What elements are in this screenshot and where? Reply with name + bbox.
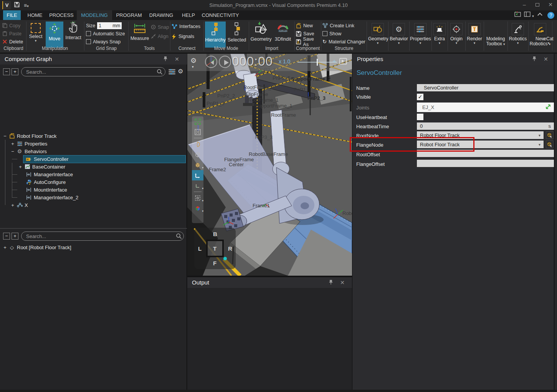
component-save-as-button[interactable]: Save As — [296, 38, 320, 46]
node-tree-search-input[interactable] — [21, 232, 184, 241]
snap-button[interactable]: Snap — [151, 23, 169, 31]
speed-increase-button[interactable]: + — [332, 58, 336, 65]
tab-process[interactable]: PROCESS — [48, 10, 75, 20]
lighting-icon[interactable] — [192, 139, 203, 149]
tree-item-managerinterface[interactable]: ManagerInterface — [25, 170, 73, 178]
joints-field[interactable]: EJ_X — [417, 103, 554, 112]
hierarchy-button[interactable]: Hierarchy — [205, 22, 226, 48]
save-quick-icon[interactable] — [14, 2, 20, 9]
tree-settings-gear-icon[interactable]: ⚙ — [178, 68, 183, 75]
node-tree-expand-all-button[interactable]: + — [12, 233, 18, 240]
tree-item-basecontainer[interactable]: + BaseContainer — [18, 163, 65, 170]
name-input[interactable]: ServoController — [417, 84, 554, 91]
geometry-panel-button[interactable]: Geometry ▾ — [368, 23, 387, 45]
expander-icon[interactable]: + — [2, 245, 8, 250]
expander-icon[interactable]: + — [18, 164, 23, 170]
app-logo-icon[interactable]: V — [2, 1, 11, 9]
fit-view-icon[interactable] — [192, 116, 203, 127]
tree-item-managerinterface-2[interactable]: ManagerInterface_2 — [25, 194, 78, 201]
navcube-right[interactable]: R — [228, 245, 232, 252]
help-icon[interactable]: ? — [547, 12, 554, 19]
expander-icon[interactable]: + — [10, 202, 15, 208]
tree-item-autoconfigure[interactable]: AutoConfigure — [25, 178, 66, 186]
output-log-area[interactable] — [187, 288, 352, 390]
interfaces-button[interactable]: Interfaces — [172, 22, 202, 31]
maximize-button[interactable] — [531, 0, 544, 10]
tree-item-robot-floor-track[interactable]: − Robot Floor Track — [2, 132, 56, 140]
heartbeattime-input[interactable]: 0 s — [417, 122, 554, 130]
modeling-toolbox-panel-button[interactable]: Modeling Toolbox ▾ — [484, 23, 507, 46]
navcube-left[interactable]: L — [198, 245, 202, 252]
move-button[interactable]: Move — [46, 22, 63, 48]
tab-help[interactable]: HELP — [178, 10, 199, 20]
tab-connectivity[interactable]: CONNECTIVITY — [201, 10, 240, 20]
select-button[interactable]: Select ▾ — [27, 22, 45, 42]
robotics-panel-button[interactable]: Robotics ▾ — [508, 23, 527, 45]
render-mode-cube-icon[interactable] — [192, 149, 203, 160]
close-icon[interactable]: ✕ — [544, 56, 548, 62]
threedfindit-button[interactable]: 3Dfindit 3Dfindit — [273, 22, 293, 42]
navigation-cube[interactable]: B L T R F — [194, 228, 236, 269]
frames-visible-icon[interactable] — [192, 170, 203, 180]
close-button[interactable]: ✕ — [544, 0, 557, 10]
panel-layout-icon[interactable]: ▾ — [524, 11, 534, 18]
origin-panel-button[interactable]: Origin ▾ — [448, 23, 464, 45]
component-graph-search-input[interactable] — [21, 67, 165, 76]
properties-panel-button[interactable]: Properties ▾ — [410, 23, 431, 45]
paste-button[interactable]: Paste — [2, 30, 25, 38]
flangeoffset-input[interactable] — [417, 160, 554, 167]
quick-access-menu-icon[interactable]: ≡▾ — [24, 2, 29, 8]
expand-joints-icon[interactable] — [545, 104, 551, 111]
tree-item-servocontroller[interactable]: ServoController — [25, 155, 68, 163]
collapse-all-button[interactable]: − — [3, 68, 10, 75]
collapse-ribbon-icon[interactable] — [538, 11, 542, 18]
component-new-button[interactable]: New — [296, 22, 320, 30]
play-simulation-button[interactable] — [219, 56, 231, 68]
tab-file[interactable]: FILE — [3, 10, 21, 20]
grid-size-input[interactable]: 1 mm — [97, 22, 122, 29]
shaded-cube-icon[interactable]: ▾ — [192, 160, 203, 170]
filter-properties-icon[interactable] — [168, 68, 176, 77]
extra-panel-button[interactable]: Extra ▾ — [432, 23, 447, 45]
behavior-panel-button[interactable]: ⚙ Behavior ▾ — [389, 23, 408, 45]
tab-home[interactable]: HOME — [24, 10, 46, 20]
copy-button[interactable]: Copy — [2, 22, 25, 30]
tab-drawing[interactable]: DRAWING — [146, 10, 177, 20]
pin-icon[interactable] — [329, 280, 333, 286]
show-checkbox[interactable]: Show — [322, 30, 365, 38]
useheartbeat-checkbox[interactable] — [417, 114, 423, 120]
viewport-settings-gear-icon[interactable]: ⚙ — [190, 56, 197, 65]
import-geometry-button[interactable]: Geometry — [250, 22, 272, 42]
panel-splitter[interactable] — [0, 228, 187, 229]
pin-icon[interactable] — [163, 56, 168, 63]
navcube-back[interactable]: B — [213, 231, 217, 237]
navcube-front[interactable]: F — [213, 260, 217, 266]
expander-icon[interactable]: + — [10, 141, 15, 147]
create-link-button[interactable]: Create Link — [322, 22, 365, 30]
always-snap-checkbox[interactable]: Always Snap — [86, 38, 127, 46]
flangenode-picker-button[interactable] — [546, 141, 554, 148]
render-panel-button[interactable]: Render ▾ — [466, 23, 483, 45]
tree-item-x[interactable]: + X — [10, 201, 28, 209]
interact-button[interactable]: Interact — [64, 22, 82, 40]
record-view-icon[interactable] — [339, 58, 347, 65]
tree-item-mountinterface[interactable]: MountInterface — [25, 186, 67, 194]
color-cube-icon[interactable]: ▾ — [192, 203, 203, 213]
visible-checkbox[interactable]: ✓ — [417, 94, 423, 100]
measure-button[interactable]: Measure — [130, 22, 150, 41]
selection-filter-icon[interactable]: ▾ — [192, 193, 203, 203]
expander-icon[interactable]: − — [10, 149, 15, 154]
rootnode-picker-button[interactable] — [546, 131, 554, 139]
reset-simulation-button[interactable] — [205, 56, 217, 68]
close-icon[interactable]: ✕ — [340, 280, 345, 286]
delete-button[interactable]: Delete — [2, 38, 25, 46]
tree-item-behaviors[interactable]: − ⚙ Behaviors — [10, 147, 47, 155]
viewport-settings-caret-icon[interactable]: ▾ — [192, 65, 194, 68]
fill-view-icon[interactable] — [192, 127, 203, 137]
selected-button[interactable]: Selected — [227, 22, 247, 43]
pin-icon[interactable] — [532, 56, 537, 63]
expand-all-button[interactable]: + — [12, 68, 18, 75]
ecat-panel-button[interactable]: eCat ▾ — [540, 23, 557, 45]
speed-slider-handle[interactable] — [317, 59, 318, 66]
expander-icon[interactable]: − — [2, 133, 8, 139]
